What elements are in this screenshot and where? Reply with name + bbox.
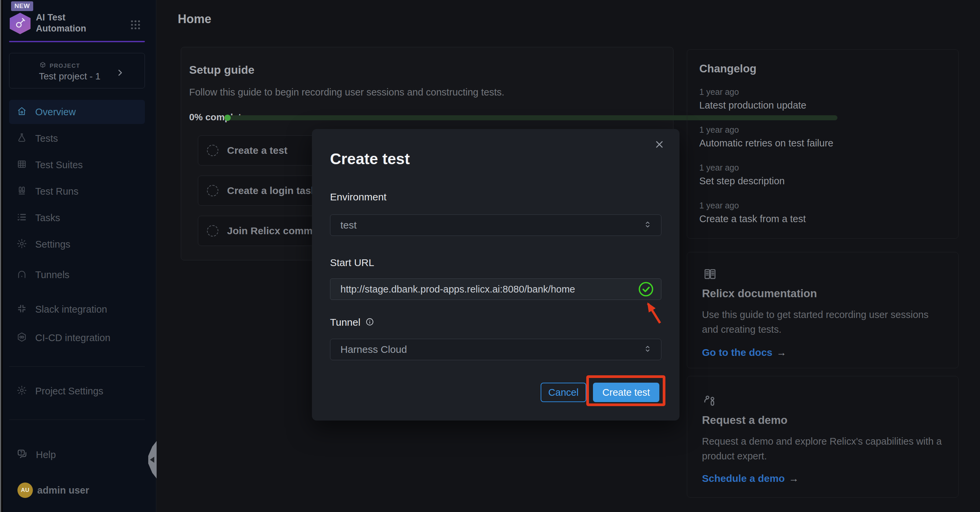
request-demo-description: Request a demo and explore Relicx's capa… [702, 434, 943, 463]
setup-guide-description: Follow this guide to begin recording use… [189, 87, 504, 98]
changelog-entry: 1 year ago Latest production update [699, 87, 946, 111]
changelog-title: Changelog [699, 62, 946, 75]
sidebar-item-settings[interactable]: Settings [9, 232, 145, 256]
request-demo-card: Request a demo Request a demo and explor… [687, 376, 959, 498]
avatar: AU [18, 482, 33, 498]
slack-icon [16, 303, 27, 315]
collapse-arrow-icon [150, 457, 154, 463]
sidebar-item-test-suites[interactable]: Test Suites [9, 153, 145, 177]
arrow-right-icon: → [789, 473, 799, 484]
new-badge: NEW [11, 2, 33, 11]
incomplete-step-icon [207, 225, 218, 236]
info-icon[interactable] [365, 317, 374, 328]
page-title: Home [178, 12, 211, 26]
window-edge [0, 0, 3, 512]
sidebar-item-project-settings[interactable]: Project Settings [9, 379, 145, 403]
cancel-button[interactable]: Cancel [541, 383, 586, 402]
home-icon [16, 106, 27, 118]
app-logo [10, 13, 30, 34]
start-url-input[interactable] [330, 279, 661, 300]
divider [9, 420, 145, 420]
setup-guide-title: Setup guide [189, 63, 255, 76]
sidebar-item-tests[interactable]: Tests [9, 126, 145, 151]
tunnel-select[interactable]: Harness Cloud [330, 339, 661, 360]
incomplete-step-icon [207, 145, 218, 156]
environment-select[interactable]: test [330, 214, 661, 236]
progress-indicator [224, 114, 231, 121]
columns-icon [16, 185, 27, 197]
tunnel-label: Tunnel [330, 317, 361, 328]
start-url-label: Start URL [330, 257, 374, 268]
app-title: AI Test Automation [36, 12, 113, 34]
changelog-entry: 1 year ago Create a task from a test [699, 201, 946, 225]
flask-icon [16, 132, 27, 144]
modal-title: Create test [330, 150, 410, 168]
changelog-entry: 1 year ago Automatic retries on test fai… [699, 125, 946, 149]
incomplete-step-icon [207, 185, 218, 197]
svg-text:?: ? [20, 450, 22, 455]
grid-table-icon [16, 159, 27, 171]
documentation-title: Relicx documentation [702, 287, 943, 300]
app-switcher-grid-icon[interactable] [129, 19, 142, 32]
sidebar: NEW AI Test Automation PROJECT Test proj… [3, 0, 156, 512]
gear-icon [16, 385, 27, 397]
project-name: Test project - 1 [39, 71, 100, 82]
gear-icon [16, 238, 27, 250]
sidebar-item-test-runs[interactable]: Test Runs [9, 179, 145, 203]
people-icon [702, 405, 719, 411]
sidebar-item-slack-integration[interactable]: Slack integration [9, 297, 145, 321]
documentation-description: Use this guide to get started recording … [702, 307, 943, 337]
valid-check-icon [638, 281, 654, 298]
help-chat-icon: ? [16, 449, 28, 461]
sidebar-item-tasks[interactable]: Tasks [9, 206, 145, 230]
documentation-card: Relicx documentation Use this guide to g… [687, 252, 959, 368]
create-test-modal: Create test Environment test Start URL T… [312, 129, 679, 420]
environment-label: Environment [330, 191, 387, 203]
user-menu[interactable]: AU admin user [18, 482, 89, 498]
sidebar-item-tunnels[interactable]: Tunnels [9, 263, 145, 287]
tunnel-icon [16, 269, 27, 281]
create-test-button[interactable]: Create test [593, 383, 659, 402]
cicd-hexagon-icon [16, 332, 27, 344]
sidebar-item-overview[interactable]: Overview [9, 100, 145, 124]
chevron-right-icon [115, 68, 125, 79]
sidebar-item-help[interactable]: ? Help [9, 443, 145, 467]
request-demo-title: Request a demo [702, 414, 943, 426]
book-icon [702, 276, 718, 282]
go-to-docs-link[interactable]: Go to the docs→ [702, 347, 786, 358]
chevron-updown-icon [643, 220, 652, 231]
project-selector[interactable]: PROJECT Test project - 1 [9, 53, 145, 89]
sidebar-item-cicd-integration[interactable]: CI-CD integration [9, 326, 145, 350]
chevron-updown-icon [643, 344, 652, 355]
changelog-card: Changelog 1 year ago Latest production u… [687, 49, 959, 239]
list-icon [16, 212, 27, 224]
changelog-entry: 1 year ago Set step description [699, 163, 946, 187]
project-label: PROJECT [49, 63, 80, 69]
arrow-right-icon: → [776, 347, 786, 358]
accent-divider [9, 41, 145, 42]
close-icon[interactable] [652, 137, 667, 152]
schedule-demo-link[interactable]: Schedule a demo→ [702, 473, 799, 484]
cube-icon [39, 61, 47, 70]
user-name: admin user [37, 485, 89, 496]
